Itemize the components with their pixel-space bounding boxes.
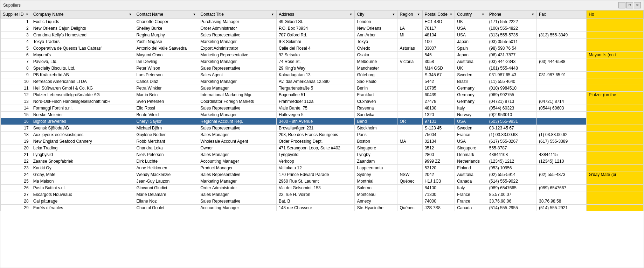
cell-title: Marketing Manager: [198, 38, 277, 45]
table-row[interactable]: 28Gai pâturageEliane NozSales Representa…: [1, 198, 644, 205]
cell-postal: 1320: [422, 112, 455, 118]
cell-contact: Mayumi Ohno: [134, 52, 198, 58]
table-row[interactable]: 12Plutzer Lebensmittelgroßmärkte AGMarti…: [1, 92, 644, 98]
table-row[interactable]: 17Svensk Sjöföda ABMichael BjörnSales Re…: [1, 125, 644, 132]
cell-home: [587, 145, 644, 151]
cell-region: [397, 132, 422, 138]
table-row[interactable]: 24G'day, MateWendy MackenzieSales Repres…: [1, 171, 644, 178]
sort-arrow-address: ▼: [349, 13, 353, 16]
cell-country: Sweden: [455, 72, 487, 78]
cell-city: Paris: [355, 132, 397, 138]
cell-country: France: [455, 198, 487, 205]
table-row[interactable]: 13Nord-Ost-Fisch Handelsgesellschaft mbH…: [1, 98, 644, 105]
cell-company: PB Knäckebröd AB: [31, 72, 134, 78]
cell-postal: 48104: [422, 32, 455, 38]
cell-country: Australia: [455, 58, 487, 65]
header-region[interactable]: Region ▼: [397, 10, 422, 19]
cell-city: Annecy: [355, 198, 397, 205]
cell-address: Brovallavägen 231: [276, 125, 355, 132]
header-country[interactable]: Country ▼: [455, 10, 487, 19]
cell-fax: [537, 125, 587, 132]
table-row[interactable]: 29Forêts d'érablesChantal GouletAccounti…: [1, 205, 644, 211]
cell-company: Gai pâturage: [31, 198, 134, 205]
cell-fax: [537, 19, 587, 25]
cell-city: São Paulo: [355, 78, 397, 85]
cell-fax: (617) 555-3389: [537, 138, 587, 145]
cell-company: Exotic Liquids: [31, 19, 134, 25]
cell-home: [587, 85, 644, 92]
cell-id: 20: [1, 145, 31, 151]
table-row[interactable]: 21LyngbysildNiels PetersenSales ManagerL…: [1, 151, 644, 158]
cell-address: 9-8 Sekimai: [276, 38, 355, 45]
table-row[interactable]: 26Pasta Buttini s.r.l.Giovanni GiudiciOr…: [1, 185, 644, 191]
table-row[interactable]: 25Ma MaisonJean-Guy LauzonMarketing Mana…: [1, 178, 644, 185]
cell-city: Singapore: [355, 145, 397, 151]
table-row[interactable]: 11Heli Süßwaren GmbH & Co. KGPetra Winkl…: [1, 85, 644, 92]
cell-city: London: [355, 19, 397, 25]
cell-company: Specialty Biscuits, Ltd.: [31, 65, 134, 72]
table-row[interactable]: 3Grandma Kelly's HomesteadRegina MurphyS…: [1, 32, 644, 38]
table-row[interactable]: 8Specialty Biscuits, Ltd.Peter WilsonSal…: [1, 65, 644, 72]
header-id[interactable]: Supplier ID ▼: [1, 10, 31, 19]
cell-region: [397, 19, 422, 25]
header-address[interactable]: Address ▼: [276, 10, 355, 19]
maximize-button[interactable]: □: [626, 2, 633, 8]
cell-home: [587, 38, 644, 45]
header-postal[interactable]: Postal Code ▼: [422, 10, 455, 19]
cell-fax: (12345) 1210: [537, 158, 587, 165]
cell-fax: (04721) 8714: [537, 98, 587, 105]
table-row[interactable]: 22Zaanse SnoepfabriekDirk LuchteAccounti…: [1, 158, 644, 165]
header-city[interactable]: City ▼: [355, 10, 397, 19]
table-row[interactable]: 4Tokyo TradersYoshi NagaseMarketing Mana…: [1, 38, 644, 45]
table-row[interactable]: 14Formaggi Fortini s.r.l.Elio RossiSales…: [1, 105, 644, 112]
cell-company: New England Seafood Cannery: [31, 138, 134, 145]
cell-postal: 0512: [422, 145, 455, 151]
cell-home: [587, 65, 644, 72]
cell-postal: 48100: [422, 105, 455, 112]
cell-title: Sales Manager: [198, 85, 277, 92]
cell-fax: (03) 444-6588: [537, 58, 587, 65]
header-phone[interactable]: Phone ▼: [487, 10, 536, 19]
cell-title: Sales Representative: [198, 32, 277, 38]
header-company[interactable]: Company Name ▼: [31, 10, 134, 19]
table-row[interactable]: 5Cooperativa de Quesos 'Las Cabras'Anton…: [1, 45, 644, 52]
header-title[interactable]: Contact Title ▼: [198, 10, 277, 19]
cell-fax: [537, 78, 587, 85]
minimize-button[interactable]: −: [618, 2, 625, 8]
sort-arrow-id: ▼: [26, 13, 29, 16]
table-row[interactable]: 1Exotic LiquidsCharlotte CooperPurchasin…: [1, 19, 644, 25]
table-row[interactable]: 19New England Seafood CanneryRobb Mercha…: [1, 138, 644, 145]
table-row[interactable]: 18Aux joyeux ecclésiastiquesGuylène Nodi…: [1, 132, 644, 138]
cell-country: Denmark: [455, 151, 487, 158]
cell-fax: (089) 6547667: [537, 185, 587, 191]
cell-address: 92 Setsuko: [276, 52, 355, 58]
table-row[interactable]: 23Karkki OyAnne HeikkonenProduct Manager…: [1, 165, 644, 171]
table-row[interactable]: 7Pavlova, Ltd.Ian DevlingMarketing Manag…: [1, 58, 644, 65]
cell-address: Av. das Americanas 12.890: [276, 78, 355, 85]
cell-id: 12: [1, 92, 31, 98]
table-row[interactable]: 27Escargots NouveauxMarie DelamareSales …: [1, 191, 644, 198]
cell-city: Melbourne: [355, 58, 397, 65]
table-row[interactable]: 6Mayumi'sMayumi OhnoMarketing Representa…: [1, 52, 644, 58]
table-row[interactable]: 16Bigfoot BreweriesCheryl SaylorRegional…: [1, 118, 644, 125]
cell-postal: J2S 7S8: [422, 205, 455, 211]
table-row[interactable]: 15Norske MeierierBeate VileidMarketing M…: [1, 112, 644, 118]
close-button[interactable]: ✕: [634, 2, 641, 8]
cell-home: [587, 19, 644, 25]
cell-home: [587, 165, 644, 171]
cell-postal: 545: [422, 52, 455, 58]
cell-country: Italy: [455, 105, 487, 112]
table-row[interactable]: 10Refrescos Americanas LTDACarlos DiazMa…: [1, 78, 644, 85]
cell-address: Bogenallee 51: [276, 92, 355, 98]
header-contact[interactable]: Contact Name ▼: [134, 10, 198, 19]
cell-country: USA: [455, 118, 487, 125]
cell-contact: Giovanni Giudici: [134, 185, 198, 191]
table-row[interactable]: 20Leka TradingChandra LekaOwner471 Seran…: [1, 145, 644, 151]
cell-city: Montceau: [355, 191, 397, 198]
cell-company: Plutzer Lebensmittelgroßmärkte AG: [31, 92, 134, 98]
table-row[interactable]: 9PB Knäckebröd ABLars PetersonSales Agen…: [1, 72, 644, 78]
table-row[interactable]: 2New Orleans Cajun DelightsShelley Burke…: [1, 25, 644, 32]
cell-city: Zaandam: [355, 158, 397, 165]
cell-country: Singapore: [455, 145, 487, 151]
cell-region: [397, 185, 422, 191]
